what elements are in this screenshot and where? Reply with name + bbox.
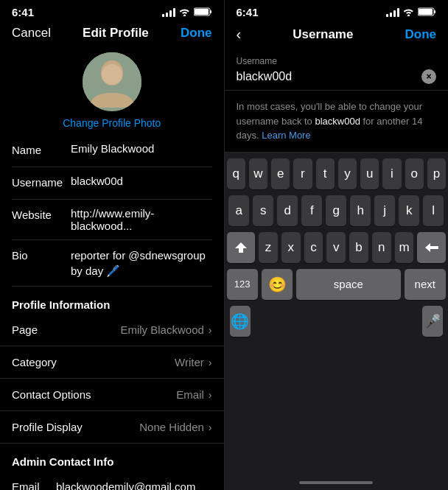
display-label: Profile Display <box>12 421 83 433</box>
admin-email-value[interactable]: blackwoodemily@gmail.com <box>56 480 195 490</box>
profile-photo-section: Change Profile Photo <box>0 45 224 135</box>
username-input[interactable]: blackw00d <box>237 70 293 83</box>
chevron-right-icon: › <box>209 324 212 336</box>
key-x[interactable]: x <box>281 232 301 263</box>
key-o[interactable]: o <box>405 158 424 189</box>
avatar[interactable] <box>83 52 141 111</box>
cancel-button[interactable]: Cancel <box>12 26 51 41</box>
name-label: Name <box>12 142 71 156</box>
shift-key[interactable] <box>227 232 256 263</box>
page-label: Page <box>12 323 38 336</box>
name-value[interactable]: Emily Blackwood <box>71 142 212 155</box>
profile-info-header: Profile Information <box>0 287 224 314</box>
key-t[interactable]: t <box>316 158 335 189</box>
keyboard: q w e r t y u i o p a s d f g h j k l <box>225 153 449 476</box>
bio-value[interactable]: reporter for @sdnewsgroup by day 🖊️ <box>71 248 212 279</box>
key-c[interactable]: c <box>304 232 323 263</box>
next-key[interactable]: next <box>405 269 447 300</box>
display-row[interactable]: Profile Display None Hidden › <box>0 411 224 444</box>
status-icons-left <box>162 6 212 18</box>
signal-left <box>162 8 175 17</box>
svg-point-6 <box>102 64 122 85</box>
delete-key[interactable] <box>417 232 446 263</box>
key-z[interactable]: z <box>259 232 278 263</box>
key-v[interactable]: v <box>326 232 346 263</box>
edit-profile-title: Edit Profile <box>83 26 149 41</box>
svg-rect-2 <box>195 9 209 15</box>
right-panel: 6:41 ‹ Username Done Username blackw00d … <box>225 0 449 490</box>
key-u[interactable]: u <box>360 158 379 189</box>
keyboard-row-3: z x c v b n m <box>227 232 447 263</box>
svg-rect-8 <box>434 10 435 13</box>
battery-icon-right <box>418 6 436 18</box>
time-right: 6:41 <box>237 6 259 18</box>
key-g[interactable]: g <box>326 195 346 226</box>
chevron-right-icon-contact: › <box>209 389 212 401</box>
profile-fields: Name Emily Blackwood Username blackw00d … <box>0 135 224 287</box>
space-key[interactable]: space <box>296 269 400 300</box>
key-123[interactable]: 123 <box>227 269 258 300</box>
status-icons-right <box>386 6 436 18</box>
key-i[interactable]: i <box>382 158 401 189</box>
bio-field-row: Bio reporter for @sdnewsgroup by day 🖊️ <box>12 240 212 287</box>
email-row: Email blackwoodemily@gmail.com <box>0 471 224 490</box>
wifi-icon-left <box>179 6 190 18</box>
username-field-row: Username blackw00d <box>12 167 212 200</box>
key-e[interactable]: e <box>271 158 290 189</box>
name-field-row: Name Emily Blackwood <box>12 135 212 167</box>
status-bar-left: 6:41 <box>0 0 224 21</box>
key-k[interactable]: k <box>399 195 419 226</box>
username-label: Username <box>12 175 71 189</box>
contact-row[interactable]: Contact Options Email › <box>0 379 224 411</box>
nav-bar-left: Cancel Edit Profile Done <box>0 21 224 45</box>
username-title: Username <box>293 27 353 42</box>
status-bar-right: 6:41 <box>225 0 449 21</box>
key-d[interactable]: d <box>277 195 298 226</box>
chevron-right-icon-display: › <box>209 421 212 433</box>
keyboard-row-5: 🌐 🎤 <box>227 306 447 337</box>
learn-more-link[interactable]: Learn More <box>262 130 310 141</box>
username-hint: In most cases, you'll be able to change … <box>225 91 449 153</box>
key-p[interactable]: p <box>427 158 446 189</box>
key-n[interactable]: n <box>372 232 391 263</box>
page-right: Emily Blackwood › <box>120 323 211 336</box>
back-button[interactable]: ‹ <box>237 26 242 43</box>
mic-key[interactable]: 🎤 <box>422 306 443 337</box>
category-right: Writer › <box>175 356 211 368</box>
key-f[interactable]: f <box>301 195 322 226</box>
username-value[interactable]: blackw00d <box>71 175 212 187</box>
bottom-bar-right <box>225 475 449 490</box>
bio-label: Bio <box>12 248 71 262</box>
time-left: 6:41 <box>12 6 34 18</box>
key-s[interactable]: s <box>253 195 273 226</box>
category-label: Category <box>12 356 57 368</box>
left-panel: 6:41 Cancel Edit Profile Done <box>0 0 224 490</box>
svg-rect-1 <box>210 10 211 13</box>
done-button-left[interactable]: Done <box>181 26 212 41</box>
page-row[interactable]: Page Emily Blackwood › <box>0 314 224 346</box>
contact-right: Email › <box>176 388 211 401</box>
emoji-key[interactable]: 😊 <box>262 269 293 300</box>
done-button-right[interactable]: Done <box>405 27 436 42</box>
battery-icon-left <box>194 6 212 18</box>
key-j[interactable]: j <box>374 195 395 226</box>
home-indicator-right <box>299 481 373 484</box>
key-a[interactable]: a <box>228 195 249 226</box>
clear-button[interactable]: × <box>421 69 436 84</box>
website-field-row: Website http://www.emily-blackwood... <box>12 200 212 240</box>
key-w[interactable]: w <box>249 158 267 189</box>
website-label: Website <box>12 207 71 221</box>
category-row[interactable]: Category Writer › <box>0 346 224 379</box>
key-h[interactable]: h <box>350 195 371 226</box>
username-field-label: Username <box>237 56 437 66</box>
key-m[interactable]: m <box>395 232 414 263</box>
key-r[interactable]: r <box>293 158 312 189</box>
website-value[interactable]: http://www.emily-blackwood... <box>71 207 212 232</box>
contact-value: Email <box>176 388 204 401</box>
key-q[interactable]: q <box>227 158 245 189</box>
key-b[interactable]: b <box>349 232 368 263</box>
change-photo-button[interactable]: Change Profile Photo <box>63 117 161 129</box>
key-y[interactable]: y <box>338 158 357 189</box>
key-l[interactable]: l <box>423 195 444 226</box>
globe-key[interactable]: 🌐 <box>230 306 251 337</box>
